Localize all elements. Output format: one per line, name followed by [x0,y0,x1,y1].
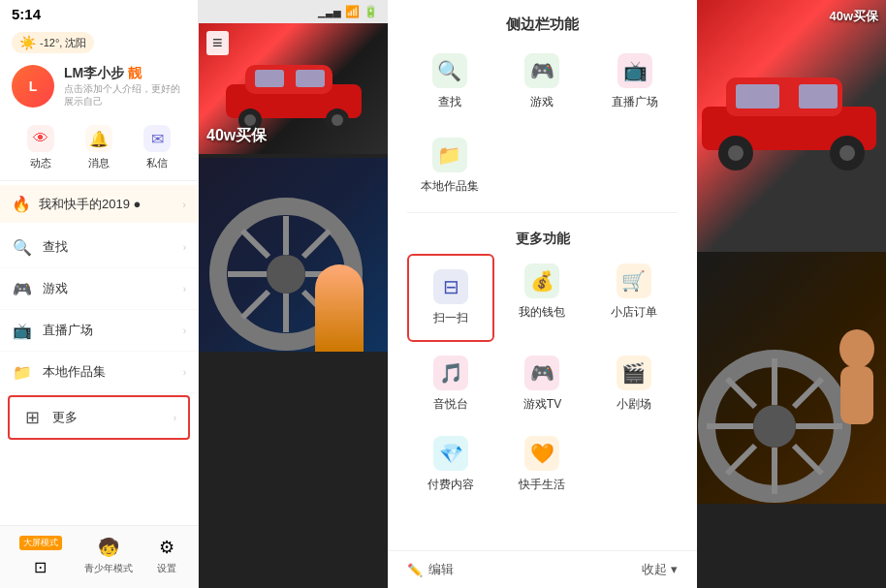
dm-label: 私信 [146,156,168,170]
music-sidebar-label: 音悦台 [433,396,468,413]
sidebar-wallet-item[interactable]: 💰 我的钱包 [498,254,585,342]
edit-icon: ✏️ [407,563,423,577]
sidebar-music-item[interactable]: 🎵 音悦台 [407,346,494,422]
wallet-sidebar-label: 我的钱包 [519,304,565,321]
sidebar-bottom-bar: ✏️ 编辑 收起 ▾ [388,550,697,588]
wifi-icon: 📶 [345,5,360,18]
highlight-label: 我和快手的2019 ● [39,196,174,213]
sidebar-scan-item[interactable]: ⊟ 扫一扫 [413,260,489,336]
life-sidebar-icon: 🧡 [524,436,559,471]
svg-line-34 [794,379,822,407]
scan-sidebar-label: 扫一扫 [433,310,468,326]
spacer [388,503,697,550]
nav-item-game[interactable]: 🎮 游戏 › [0,268,198,310]
far-video-1[interactable]: 40w买保 [697,0,886,252]
paid-sidebar-label: 付费内容 [427,477,474,493]
collapse-button[interactable]: 收起 ▾ [642,561,678,578]
hamburger-menu-btn[interactable]: ≡ [206,31,229,55]
more-nav-icon: ⊞ [21,407,43,428]
sidebar-gametv-item[interactable]: 🎮 游戏TV [498,346,585,422]
sidebar-drama-item[interactable]: 🎬 小剧场 [590,346,678,422]
eye-icon: 👁 [27,125,54,152]
shop-sidebar-icon: 🛒 [617,263,651,298]
large-mode-icon: ⊡ [29,555,52,578]
sidebar-live-item[interactable]: 📺 直播广场 [592,44,678,120]
highlight-chevron: › [182,199,186,210]
svg-rect-7 [296,70,325,87]
svg-point-9 [267,255,305,294]
svg-line-35 [727,446,755,474]
avatar: L [12,65,54,108]
live-nav-label: 直播广场 [43,322,174,339]
far-video-2[interactable] [697,252,886,504]
live-chevron: › [183,325,186,336]
search-sidebar-label: 查找 [438,94,461,110]
collapse-label: 收起 ▾ [642,561,678,578]
search-nav-label: 查找 [43,238,174,256]
settings-icon: ⚙ [155,536,178,559]
user-section[interactable]: L LM李小步 靓 点击添加个人介绍，更好的展示自己 [0,57,198,115]
more-functions-title: 更多功能 [388,221,697,254]
weather-text: -12°, 沈阳 [40,36,86,50]
quick-action-message[interactable]: 🔔 消息 [85,125,112,170]
live-sidebar-icon: 📺 [617,53,652,88]
sidebar-game-item[interactable]: 🎮 游戏 [500,44,585,120]
nav-item-local[interactable]: 📁 本地作品集 › [0,352,198,393]
local-chevron: › [183,367,186,378]
local-nav-label: 本地作品集 [43,363,174,381]
scan-item-wrapper: ⊟ 扫一扫 [407,254,494,342]
local-sidebar-icon: 📁 [432,138,467,172]
user-desc: 点击添加个人介绍，更好的展示自己 [64,82,186,108]
music-sidebar-icon: 🎵 [433,356,468,390]
sidebar-paid-item[interactable]: 💎 付费内容 [407,426,494,503]
youth-mode-btn[interactable]: 🧒 青少年模式 [84,536,133,578]
fire-icon: 🔥 [12,195,31,213]
paid-sidebar-icon: 💎 [433,436,468,471]
svg-line-14 [242,231,269,257]
sidebar-life-item[interactable]: 🧡 快手生活 [498,426,585,503]
bottom-action-bar: 大屏模式 ⊡ 🧒 青少年模式 ⚙ 设置 [0,525,198,588]
svg-rect-25 [799,84,838,108]
drama-sidebar-label: 小剧场 [617,396,651,413]
sidebar-shop-item[interactable]: 🛒 小店订单 [590,254,678,342]
sidebar-functions-title: 侧边栏功能 [388,0,697,44]
svg-rect-24 [736,84,779,108]
highlight-nav-item[interactable]: 🔥 我和快手的2019 ● › [0,185,198,223]
nav-item-live[interactable]: 📺 直播广场 › [0,310,198,352]
game-nav-icon: 🎮 [12,278,33,299]
shop-sidebar-label: 小店订单 [611,304,657,321]
mobile-status-bar: ▁▃▅ 📶 🔋 [199,0,388,23]
search-nav-icon: 🔍 [12,236,33,258]
message-label: 消息 [88,156,110,170]
bell-icon: 🔔 [85,125,112,152]
large-mode-btn[interactable]: 大屏模式 ⊡ [19,536,62,578]
svg-line-16 [303,231,330,257]
game-nav-label: 游戏 [43,280,174,297]
sidebar-search-item[interactable]: 🔍 查找 [407,44,492,120]
sidebar-top-grid: 🔍 查找 🎮 游戏 📺 直播广场 📁 本地作品集 [388,44,697,204]
more-functions-grid: ⊟ 扫一扫 💰 我的钱包 🛒 小店订单 🎵 音悦台 🎮 游戏TV 🎬 小剧场 💎… [388,254,697,503]
gametv-sidebar-label: 游戏TV [523,396,561,413]
svg-point-22 [728,145,744,161]
far-video-overlay-text: 40w买保 [829,8,878,25]
battery-icon: 🔋 [364,5,378,18]
far-wheel-graphic [697,252,886,504]
nav-item-more[interactable]: ⊞ 更多 › [8,395,190,440]
user-nickname: 靓 [128,65,142,82]
svg-point-4 [244,114,256,126]
svg-rect-6 [255,70,284,87]
quick-action-dm[interactable]: ✉ 私信 [143,125,171,170]
dynamic-label: 动态 [30,156,51,170]
user-name: LM李小步 [64,65,124,82]
search-sidebar-icon: 🔍 [432,53,467,88]
nav-item-search[interactable]: 🔍 查找 › [0,227,198,268]
sidebar-functions-panel: 侧边栏功能 🔍 查找 🎮 游戏 📺 直播广场 📁 本地作品集 更多功能 ⊟ 扫一… [388,0,697,588]
svg-rect-37 [840,366,873,424]
edit-button[interactable]: ✏️ 编辑 [407,561,454,578]
youth-label: 青少年模式 [84,562,133,575]
video-item-2[interactable] [199,154,388,352]
quick-action-dynamic[interactable]: 👁 动态 [27,125,54,170]
more-chevron: › [174,413,176,423]
sidebar-local-item[interactable]: 📁 本地作品集 [407,128,492,204]
settings-btn[interactable]: ⚙ 设置 [155,536,178,578]
